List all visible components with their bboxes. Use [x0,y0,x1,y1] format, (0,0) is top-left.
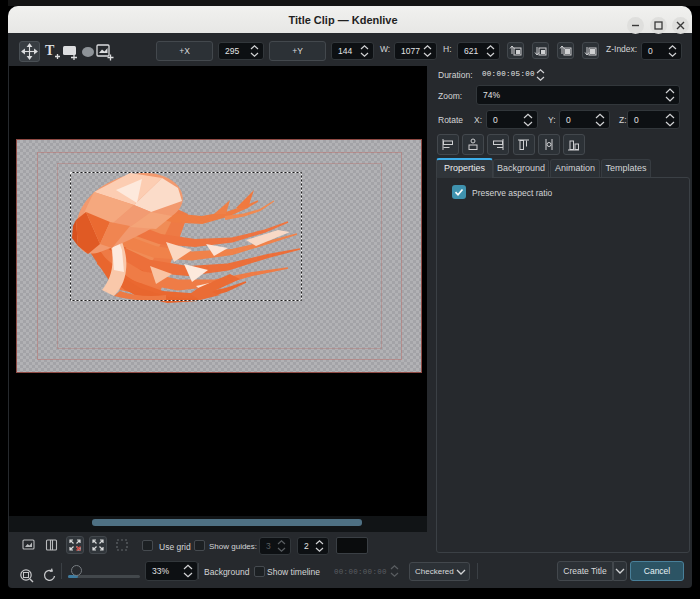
svg-text:T: T [45,43,55,58]
